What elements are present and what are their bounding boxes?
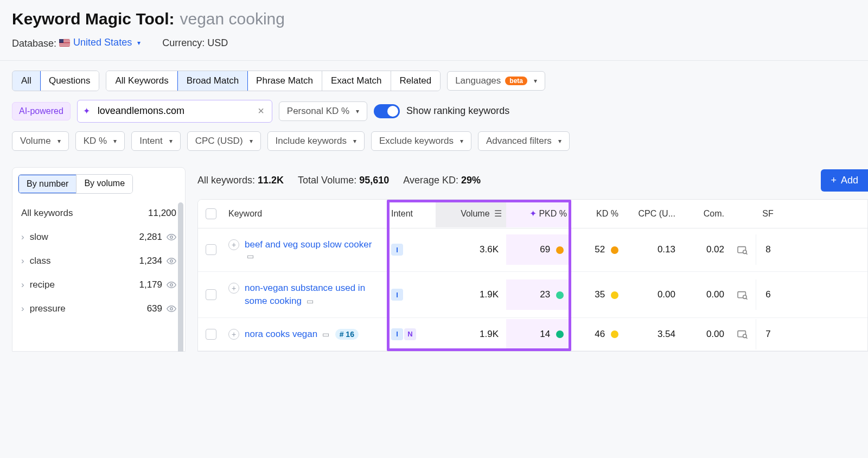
keyword-link[interactable]: beef and veg soup slow cooker: [245, 239, 372, 250]
eye-icon[interactable]: [167, 303, 176, 314]
cell-com: 0.00: [680, 279, 729, 310]
cell-serp[interactable]: [729, 279, 756, 310]
sidebar-scrollbar[interactable]: [178, 202, 183, 352]
row-checkbox[interactable]: [206, 329, 216, 340]
keyword-link[interactable]: non-vegan substance used in some cooking: [245, 283, 365, 306]
personal-kd-dropdown[interactable]: Personal KD % ▾: [279, 101, 367, 121]
add-button[interactable]: + Add: [821, 169, 868, 192]
tab-all-keywords[interactable]: All Keywords: [106, 71, 177, 91]
filter-volume[interactable]: Volume▾: [12, 131, 69, 151]
cell-serp[interactable]: [729, 234, 756, 265]
currency-value: USD: [207, 37, 228, 48]
stat-all-label: All keywords:: [197, 175, 255, 186]
domain-input-container[interactable]: ✦ ×: [77, 100, 272, 123]
col-cpc[interactable]: CPC (U...: [623, 200, 680, 227]
chevron-down-icon: ▾: [356, 107, 359, 115]
expand-icon[interactable]: +: [228, 329, 239, 340]
tab-phrase-match[interactable]: Phrase Match: [247, 71, 322, 91]
keyword-link[interactable]: nora cooks vegan: [245, 329, 317, 339]
stat-vol-value: 95,610: [359, 175, 389, 186]
row-checkbox[interactable]: [206, 289, 216, 300]
filter-advanced[interactable]: Advanced filters▾: [478, 131, 570, 151]
sidebar-all-keywords[interactable]: All keywords 11,200: [18, 201, 180, 225]
sidebar-item[interactable]: › recipe 1,179: [18, 273, 180, 297]
tab-all[interactable]: All: [12, 71, 41, 91]
chevron-right-icon: ›: [21, 232, 24, 243]
tab-exact-match[interactable]: Exact Match: [322, 71, 391, 91]
clear-icon[interactable]: ×: [256, 105, 266, 117]
stat-all-value: 11.2K: [258, 175, 284, 186]
expand-icon[interactable]: +: [228, 283, 239, 294]
filter-advanced-label: Advanced filters: [486, 136, 552, 147]
sort-by-number[interactable]: By number: [18, 174, 76, 194]
cell-cpc: 0.00: [623, 279, 680, 310]
match-type-tabs: All Keywords Broad Match Phrase Match Ex…: [106, 71, 441, 91]
show-ranking-toggle[interactable]: [374, 104, 400, 118]
tab-broad-match[interactable]: Broad Match: [177, 71, 248, 91]
domain-input[interactable]: [95, 102, 256, 120]
plus-icon: +: [831, 175, 837, 186]
filter-exclude[interactable]: Exclude keywords▾: [371, 131, 471, 151]
cell-sf[interactable]: 6: [756, 279, 780, 310]
sparkle-icon: ✦: [78, 106, 95, 116]
sidebar-item[interactable]: › slow 2,281: [18, 225, 180, 249]
chevron-down-icon: ▾: [534, 77, 537, 85]
filter-include[interactable]: Include keywords▾: [267, 131, 365, 151]
database-selector[interactable]: Database: United States ▾: [12, 37, 141, 49]
filter-include-label: Include keywords: [276, 136, 347, 147]
beta-badge: beta: [505, 77, 527, 85]
languages-dropdown[interactable]: Languages beta ▾: [447, 71, 545, 91]
sidebar-all-label: All keywords: [21, 208, 73, 219]
filter-intent-label: Intent: [139, 136, 163, 147]
filter-cpc-label: CPC (USD): [195, 136, 243, 147]
intent-badge: I: [391, 328, 403, 340]
col-kd[interactable]: KD %: [571, 200, 623, 227]
tab-related[interactable]: Related: [391, 71, 441, 91]
keywords-table: Keyword Intent Volume ☰ ✦PKD % KD % CPC …: [197, 199, 868, 352]
col-com[interactable]: Com.: [680, 200, 729, 227]
cell-cpc: 0.13: [623, 234, 680, 265]
serp-preview-icon[interactable]: ▭: [322, 330, 329, 339]
sort-by-volume[interactable]: By volume: [76, 175, 132, 193]
page-title: Keyword Magic Tool:: [12, 10, 174, 28]
cell-sf[interactable]: 7: [756, 319, 780, 349]
cell-volume: 1.9K: [436, 279, 506, 310]
filter-intent[interactable]: Intent▾: [131, 131, 181, 151]
col-keyword[interactable]: Keyword: [224, 200, 387, 227]
difficulty-dot-icon: [556, 246, 564, 254]
filter-cpc[interactable]: CPC (USD)▾: [187, 131, 261, 151]
sidebar-all-count: 11,200: [148, 208, 176, 219]
stat-vol-label: Total Volume:: [298, 175, 356, 186]
cell-intent: IN: [387, 319, 436, 350]
svg-line-12: [746, 338, 747, 339]
eye-icon[interactable]: [167, 256, 176, 266]
table-row: + non-vegan substance used in some cooki…: [198, 272, 867, 318]
col-pkd[interactable]: ✦PKD %: [506, 200, 571, 227]
select-all-checkbox[interactable]: [206, 208, 216, 219]
difficulty-dot-icon: [556, 291, 564, 299]
row-checkbox[interactable]: [206, 244, 216, 255]
filter-kd[interactable]: KD %▾: [75, 131, 125, 151]
serp-preview-icon[interactable]: ▭: [307, 297, 314, 306]
col-intent[interactable]: Intent: [387, 200, 436, 227]
chevron-right-icon: ›: [21, 279, 24, 290]
tab-questions[interactable]: Questions: [40, 71, 99, 91]
serp-preview-icon[interactable]: ▭: [247, 252, 254, 260]
ai-powered-tag: AI-powered: [12, 102, 71, 120]
sidebar-item[interactable]: › class 1,234: [18, 249, 180, 273]
sidebar-item-label: pressure: [30, 303, 66, 314]
col-serp: [729, 205, 756, 222]
sidebar-item-label: slow: [30, 232, 48, 243]
cell-sf[interactable]: 8: [756, 234, 780, 265]
eye-icon[interactable]: [167, 279, 176, 290]
col-volume[interactable]: Volume ☰: [436, 200, 506, 227]
personal-kd-label: Personal KD %: [287, 106, 349, 117]
cell-kd: 52: [571, 234, 623, 265]
eye-icon[interactable]: [167, 232, 176, 243]
serp-icon: [737, 291, 748, 300]
expand-icon[interactable]: +: [228, 239, 239, 250]
sidebar-item-count: 1,234: [139, 256, 162, 266]
sidebar-item[interactable]: › pressure 639: [18, 297, 180, 321]
cell-serp[interactable]: [729, 319, 756, 349]
col-sf[interactable]: SF: [756, 200, 780, 227]
